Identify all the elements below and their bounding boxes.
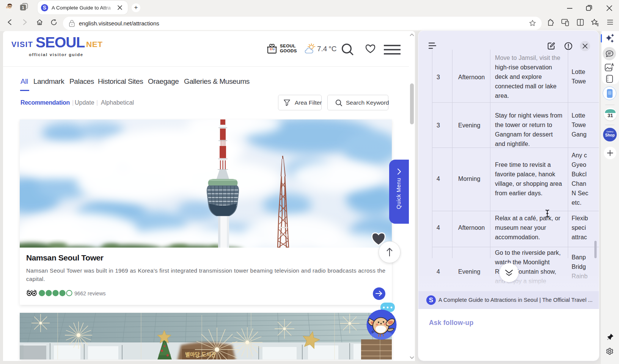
svg-text:1: 1 [22,5,24,10]
svg-text:별마당 도서관: 별마당 도서관 [185,351,216,358]
svg-text:31: 31 [608,113,613,118]
